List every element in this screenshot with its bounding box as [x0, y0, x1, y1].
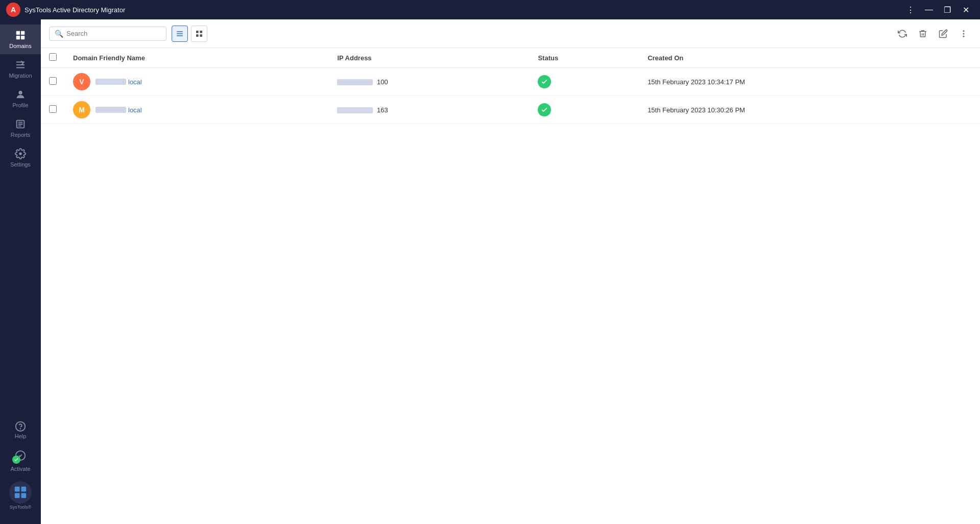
row1-domain-link[interactable]: local [128, 78, 142, 86]
row2-ip-redacted [337, 107, 373, 113]
activate-check [12, 456, 20, 464]
more-options-button[interactable] [955, 26, 972, 42]
sidebar-label-settings: Settings [10, 161, 31, 168]
svg-rect-10 [21, 487, 26, 492]
list-view-button[interactable] [172, 26, 188, 42]
sidebar-item-domains[interactable]: Domains [0, 25, 41, 54]
grid-icon [195, 30, 203, 38]
domains-table: Domain Friendly Name IP Address Status C… [41, 48, 980, 124]
row1-avatar: V [73, 73, 90, 90]
svg-point-20 [963, 30, 965, 32]
row1-checkbox-cell [41, 68, 65, 96]
search-box[interactable]: 🔍 [49, 27, 166, 41]
row2-ip-suffix: 163 [377, 106, 388, 114]
title-bar-controls: ⋮ — ❐ ✕ [902, 3, 974, 17]
app-layout: Domains Migration Profile Reports [0, 19, 980, 524]
select-all-checkbox[interactable] [49, 53, 57, 61]
systools-logo [13, 485, 28, 499]
row2-status-cell [530, 96, 639, 124]
toolbar-left: 🔍 [49, 26, 207, 42]
edit-icon [939, 29, 948, 38]
refresh-button[interactable] [894, 26, 911, 42]
sidebar-label-migration: Migration [9, 73, 32, 79]
row2-created-cell: 15th February 2023 10:30:26 PM [639, 96, 980, 124]
toolbar: 🔍 [41, 19, 980, 48]
sidebar-item-profile[interactable]: Profile [0, 84, 41, 113]
row2-domain-cell: M local [65, 96, 329, 124]
sidebar-label-profile: Profile [12, 102, 28, 108]
close-button[interactable]: ✕ [958, 3, 974, 17]
svg-rect-17 [200, 31, 202, 33]
row1-checkbox[interactable] [49, 77, 57, 85]
list-icon [176, 30, 184, 38]
header-status: Status [530, 48, 639, 68]
svg-rect-19 [200, 34, 202, 37]
sidebar-help[interactable]: Help [0, 417, 41, 443]
sidebar-item-migration[interactable]: Migration [0, 54, 41, 84]
search-icon: 🔍 [55, 30, 63, 38]
main-content: 🔍 [41, 19, 980, 524]
settings-icon [15, 148, 26, 159]
app-avatar: A [6, 3, 20, 17]
menu-button[interactable]: ⋮ [902, 3, 919, 17]
refresh-icon [898, 29, 907, 38]
sidebar-item-settings[interactable]: Settings [0, 143, 41, 173]
minimize-button[interactable]: — [921, 3, 937, 17]
view-toggle [172, 26, 207, 42]
table-row: M local 163 [41, 96, 980, 124]
row2-domain-name-cell: M local [73, 101, 321, 118]
sidebar-activate[interactable]: Activate [0, 443, 41, 476]
row1-domain-redacted [95, 79, 126, 85]
row2-check-icon [541, 106, 548, 113]
sidebar: Domains Migration Profile Reports [0, 19, 41, 524]
activate-icons [12, 447, 29, 464]
domains-icon [15, 30, 26, 41]
svg-point-7 [20, 428, 21, 429]
grid-view-button[interactable] [191, 26, 207, 42]
row2-checkbox[interactable] [49, 105, 57, 113]
logo-area: SysTools® [9, 476, 32, 515]
row1-domain-name-cell: V local [73, 73, 321, 90]
header-checkbox-cell [41, 48, 65, 68]
logo-circle [9, 481, 32, 504]
title-bar: A SysTools Active Directory Migrator ⋮ —… [0, 0, 980, 19]
restore-button[interactable]: ❐ [939, 3, 955, 17]
more-icon [959, 29, 968, 38]
profile-icon [15, 89, 26, 100]
help-label: Help [15, 433, 27, 439]
row1-status-check [538, 75, 551, 88]
row2-domain-link[interactable]: local [128, 106, 142, 114]
search-input[interactable] [66, 30, 161, 37]
svg-rect-12 [21, 493, 26, 498]
table-header-row: Domain Friendly Name IP Address Status C… [41, 48, 980, 68]
svg-point-21 [963, 33, 965, 34]
svg-rect-11 [15, 493, 20, 498]
row2-checkbox-cell [41, 96, 65, 124]
row1-ip-cell: 100 [329, 68, 530, 96]
header-domain: Domain Friendly Name [65, 48, 329, 68]
svg-point-4 [18, 91, 22, 94]
table-area: Domain Friendly Name IP Address Status C… [41, 48, 980, 524]
row1-ip-suffix: 100 [377, 78, 388, 86]
svg-rect-14 [177, 33, 183, 34]
table-header: Domain Friendly Name IP Address Status C… [41, 48, 980, 68]
svg-point-22 [963, 35, 965, 37]
table-body: V local 100 [41, 68, 980, 124]
svg-rect-18 [196, 34, 199, 37]
svg-rect-13 [177, 31, 183, 32]
svg-rect-9 [15, 487, 20, 492]
delete-button[interactable] [915, 26, 931, 42]
sidebar-item-reports[interactable]: Reports [0, 113, 41, 143]
edit-button[interactable] [935, 26, 951, 42]
header-created: Created On [639, 48, 980, 68]
row1-domain-cell: V local [65, 68, 329, 96]
row1-status-cell [530, 68, 639, 96]
app-title: SysTools Active Directory Migrator [25, 6, 125, 14]
row2-ip-cell: 163 [329, 96, 530, 124]
toolbar-right [894, 26, 972, 42]
header-ip: IP Address [329, 48, 530, 68]
table-row: V local 100 [41, 68, 980, 96]
delete-icon [918, 29, 927, 38]
svg-rect-0 [16, 31, 20, 35]
activate-label: Activate [10, 466, 30, 472]
